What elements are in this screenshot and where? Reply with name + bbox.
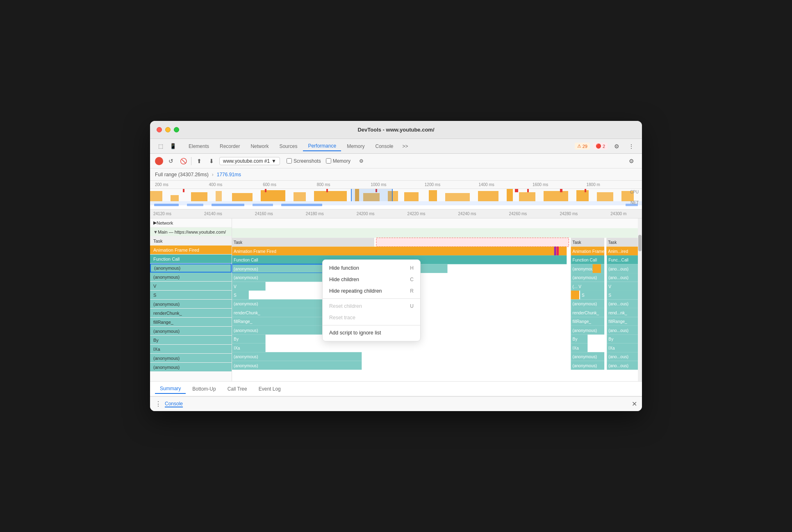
device-icon[interactable]: 📱 [167,141,179,152]
tab-memory[interactable]: Memory [342,142,369,151]
svg-rect-79 [232,282,266,291]
tab-network[interactable]: Network [246,142,273,151]
minimize-button[interactable] [165,127,171,132]
flame-label-renderChunk[interactable]: renderChunk_ [150,309,232,318]
record-bar-right: ⚙ [626,155,637,167]
svg-rect-0 [150,191,162,201]
flame-label-fillRange[interactable]: fillRange_ [150,318,232,327]
svg-text:Function Call: Function Call [573,258,597,262]
console-close-icon[interactable]: ✕ [632,400,637,408]
svg-rect-11 [404,192,419,201]
traffic-lights [157,127,179,132]
tab-performance[interactable]: Performance [303,141,341,151]
cpu-chart: CPU [150,189,642,201]
svg-rect-39 [232,228,642,238]
capture-settings-icon[interactable]: ⚙ [355,155,367,167]
screenshots-checkbox[interactable] [287,158,292,164]
more-options-icon[interactable]: ⋮ [626,141,637,152]
flame-label-anon5[interactable]: (anonymous) [150,354,232,363]
net-bar: NET [150,201,642,205]
hide-children-key: C [410,277,414,282]
tick-200: 200 ms [153,182,207,187]
console-menu-icon[interactable]: ⋮ [155,400,162,408]
svg-text:(anonymous): (anonymous) [234,302,258,306]
timeline-scrollbar[interactable] [638,218,642,381]
flame-label-func[interactable]: Function Call [150,255,232,264]
detail-tick-9: 24300 m [610,211,626,216]
tab-call-tree[interactable]: Call Tree [223,384,252,393]
more-tabs-button[interactable]: >> [399,142,412,151]
context-menu-add-ignore[interactable]: Add script to ignore list [323,327,420,339]
tab-event-log[interactable]: Event Log [254,384,286,393]
maximize-button[interactable] [174,127,179,132]
performance-settings-icon[interactable]: ⚙ [626,155,637,167]
flame-chart-area[interactable]: Task Task Task Animation Frame Fired Ani… [232,218,642,381]
flame-label-anim[interactable]: Animation Frame Fired [150,246,232,255]
settings-icon[interactable]: ⚙ [611,141,622,152]
range-arrow-icon: › [212,172,214,177]
svg-text:fillRange_: fillRange_ [608,319,627,324]
svg-rect-26 [527,189,529,192]
svg-text:renderChunk_: renderChunk_ [573,311,599,315]
flame-label-anon2[interactable]: (anonymous) [150,273,232,282]
memory-checkbox-label[interactable]: Memory [326,158,350,164]
network-track-label[interactable]: ▶ Network [150,218,232,227]
svg-text:IXa: IXa [234,346,240,350]
flame-label-ixa[interactable]: IXa [150,345,232,354]
context-menu-sep-1 [323,298,420,299]
window-title: DevTools - www.youtube.com/ [357,127,434,133]
timeline-overview[interactable]: 200 ms 400 ms 600 ms 800 ms 1000 ms 1200… [150,181,642,209]
svg-rect-5 [261,190,285,201]
flame-label-anon6[interactable]: (anonymous) [150,363,232,372]
tab-bottom-up[interactable]: Bottom-Up [187,384,221,393]
tab-sources[interactable]: Sources [274,142,302,151]
tab-recorder[interactable]: Recorder [215,142,245,151]
main-track-label[interactable]: ▼ Main — https://www.youtube.com/ [150,227,232,236]
svg-text:S: S [608,293,611,298]
context-menu-hide-function[interactable]: Hide function H [323,262,420,274]
detail-tick-2: 24160 ms [255,211,273,216]
url-selector[interactable]: www.youtube.com #1 ▼ [219,157,280,165]
tick-600: 600 ms [261,182,315,187]
flame-label-anon3[interactable]: (anonymous) [150,300,232,309]
tab-summary[interactable]: Summary [155,384,186,394]
flame-label-by[interactable]: By [150,336,232,345]
select-icon[interactable]: ⬚ [155,141,166,152]
flame-label-anon4[interactable]: (anonymous) [150,327,232,336]
context-menu[interactable]: Hide function H Hide children C Hide rep… [322,259,421,341]
reload-button[interactable]: ↺ [166,157,175,166]
svg-text:renderChunk_: renderChunk_ [234,311,260,315]
error-badge[interactable]: 🔴 2 [593,143,608,150]
record-bar: ↺ 🚫 ⬆ ⬇ www.youtube.com #1 ▼ Screenshots… [150,154,642,168]
context-menu-reset-trace: Reset trace [323,312,420,323]
svg-text:By: By [234,337,239,341]
svg-rect-17 [544,191,568,201]
context-menu-hide-children[interactable]: Hide children C [323,274,420,285]
flame-label-s[interactable]: S [150,291,232,300]
context-menu-hide-repeating[interactable]: Hide repeating children R [323,285,420,297]
scrollbar-thumb[interactable] [638,235,642,251]
upload-button[interactable]: ⬆ [195,157,204,166]
clear-button[interactable]: 🚫 [179,157,188,166]
screenshots-label: Screenshots [294,158,321,164]
close-button[interactable] [157,127,162,132]
tick-1400: 1400 ms [477,182,531,187]
tab-console[interactable]: Console [370,142,398,151]
screenshots-checkbox-label[interactable]: Screenshots [287,158,321,164]
record-button[interactable] [155,157,163,165]
memory-label: Memory [333,158,350,164]
tab-elements[interactable]: Elements [184,142,214,151]
console-bar: ⋮ Console ✕ [150,396,642,411]
svg-text:Task: Task [234,240,243,245]
memory-checkbox[interactable] [326,158,331,164]
flame-label-v[interactable]: V [150,282,232,291]
warning-badge[interactable]: ⚠ 29 [575,143,590,150]
download-button[interactable]: ⬇ [207,157,216,166]
svg-rect-14 [478,191,498,201]
svg-text:(ano...ous): (ano...ous) [608,363,628,368]
console-tab-label[interactable]: Console [165,401,183,407]
flame-label-task: Task [150,236,232,246]
flame-label-anon1[interactable]: (anonymous) [150,264,232,273]
svg-text:Anim...ired: Anim...ired [608,249,628,253]
svg-text:(ano...ous): (ano...ous) [608,275,628,280]
